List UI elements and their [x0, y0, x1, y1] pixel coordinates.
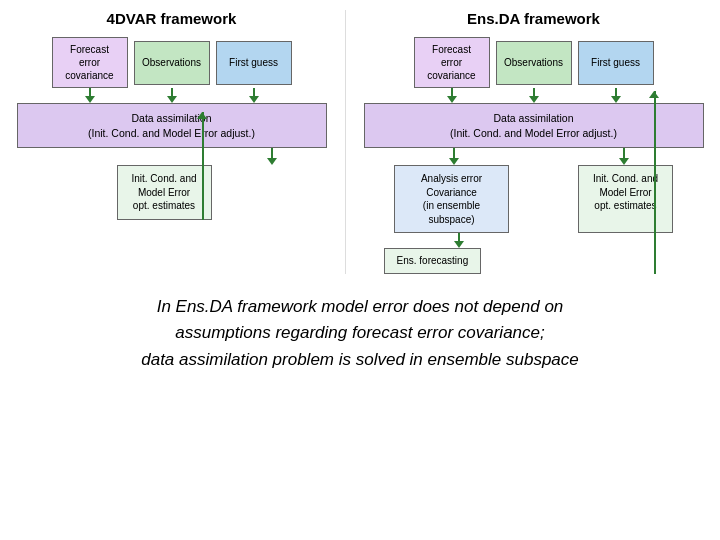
right-analysis-box: Analysis errorCovariance(in ensemble sub…: [394, 165, 509, 233]
left-forecast-box: Forecast error covariance: [52, 37, 128, 88]
right-initcond-box: Init. Cond. andModel Erroropt. estimates: [578, 165, 673, 233]
left-framework-title: 4DVAR framework: [107, 10, 237, 27]
right-framework-title: Ens.DA framework: [467, 10, 600, 27]
right-dataassim-box: Data assimilation(Init. Cond. and Model …: [364, 103, 704, 148]
right-arrows-split: [364, 148, 704, 165]
right-firstguess-box: First guess: [578, 41, 654, 85]
left-arrows-down: [17, 88, 327, 103]
right-feedback-arrow: [654, 91, 656, 274]
right-observations-box: Observations: [496, 41, 572, 85]
left-boxes-row: Forecast error covariance Observations F…: [17, 37, 327, 88]
divider: [345, 10, 346, 274]
left-observations-box: Observations: [134, 41, 210, 85]
bottom-text: In Ens.DA framework model error does not…: [10, 294, 710, 373]
main-container: 4DVAR framework Forecast error covarianc…: [0, 0, 720, 540]
left-dataassim-box: Data assimilation(Init. Cond. and Model …: [17, 103, 327, 148]
right-forecast-box: Forecast error covariance: [414, 37, 490, 88]
left-framework: 4DVAR framework Forecast error covarianc…: [17, 10, 327, 274]
right-ensforecast-box: Ens. forecasting: [384, 248, 482, 274]
left-initcond-box: Init. Cond. andModel Erroropt. estimates: [117, 165, 212, 220]
left-firstguess-box: First guess: [216, 41, 292, 85]
right-bottom-boxes: Analysis errorCovariance(in ensemble sub…: [364, 165, 704, 233]
right-framework: Ens.DA framework Forecast error covarian…: [364, 10, 704, 274]
right-arrow-ens: [402, 233, 517, 248]
right-boxes-row: Forecast error covariance Observations F…: [364, 37, 704, 88]
left-feedback-arrow: [202, 112, 204, 220]
